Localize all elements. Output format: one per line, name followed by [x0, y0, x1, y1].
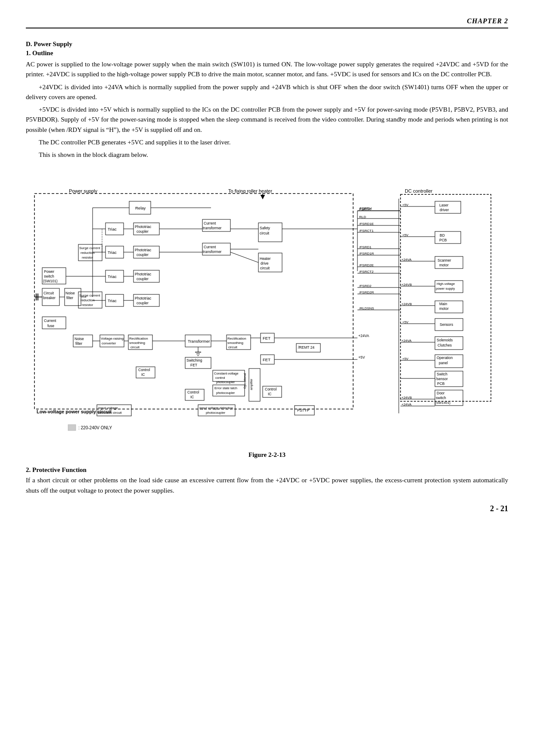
svg-text:transformer: transformer: [203, 250, 222, 254]
svg-text:resistor: resistor: [82, 303, 93, 307]
svg-text:reduction: reduction: [81, 251, 95, 255]
svg-text:driver: driver: [440, 208, 449, 212]
svg-text:power supply: power supply: [436, 287, 455, 291]
svg-text:circuit: circuit: [228, 345, 238, 349]
svg-text:Input voltage detection: Input voltage detection: [199, 406, 233, 410]
svg-text:IC: IC: [190, 395, 194, 399]
svg-text:Constant-voltage: Constant-voltage: [214, 372, 239, 375]
svg-text:FSRTH: FSRTH: [359, 207, 371, 211]
svg-text:converter: converter: [102, 341, 116, 345]
svg-text:Voltage-raising: Voltage-raising: [101, 337, 124, 341]
svg-text:/FSRD1E: /FSRD1E: [359, 222, 374, 226]
svg-text:photocoupler: photocoupler: [216, 391, 235, 395]
svg-text:Operation: Operation: [437, 356, 453, 360]
svg-rect-239: [68, 425, 76, 431]
svg-text:FET: FET: [190, 363, 197, 367]
svg-text:motor: motor: [439, 263, 449, 267]
svg-text:photocoupler: photocoupler: [216, 380, 235, 384]
svg-text:Solenoids: Solenoids: [437, 338, 453, 342]
svg-text:BD: BD: [440, 233, 445, 237]
svg-text:reduction: reduction: [81, 298, 95, 302]
svg-text:/RLDSNS: /RLDSNS: [359, 306, 374, 310]
svg-text:fuse: fuse: [47, 324, 54, 328]
svg-text:Control: Control: [187, 390, 199, 394]
svg-text:Circuit: Circuit: [43, 291, 54, 295]
svg-text:Triac: Triac: [108, 298, 117, 303]
svg-text:Scanner: Scanner: [438, 258, 451, 262]
svg-text:transformer: transformer: [203, 226, 222, 230]
svg-text:filter: filter: [66, 296, 73, 300]
svg-text:coupler: coupler: [137, 229, 149, 234]
svg-text:Surge current: Surge current: [79, 294, 100, 297]
section-2-title: 2. Protective Function: [26, 466, 508, 474]
body-text-3: +5VDC is divided into +5V which is norma…: [26, 105, 508, 135]
svg-text:Current: Current: [44, 319, 56, 323]
svg-text:+24VB: +24VB: [401, 283, 412, 287]
svg-text:To fixing roller heater: To fixing roller heater: [228, 188, 272, 194]
svg-text:Laser: Laser: [439, 203, 448, 207]
svg-text:(SW101): (SW101): [43, 279, 58, 283]
svg-text:/FSRD1: /FSRD1: [359, 245, 372, 249]
svg-text:Control: Control: [138, 368, 150, 372]
svg-text:Rectification: Rectification: [227, 337, 246, 341]
svg-text:/FSRCT2: /FSRCT2: [359, 270, 374, 274]
svg-text:panel: panel: [439, 361, 448, 365]
svg-text:Input voltage: Input voltage: [98, 406, 118, 410]
svg-text:Clutches: Clutches: [438, 343, 452, 347]
svg-text:coupler: coupler: [137, 253, 149, 257]
svg-text:+24VA: +24VA: [401, 339, 412, 343]
svg-text:+5V: +5V: [402, 203, 409, 207]
svg-text:/FSRD2R: /FSRD2R: [359, 291, 374, 294]
svg-text:drive: drive: [261, 261, 269, 266]
svg-text:(SW1401): (SW1401): [435, 401, 450, 405]
body-text-5: This is shown in the block diagram below…: [26, 150, 508, 160]
svg-text:+5V: +5V: [358, 355, 365, 359]
figure-caption: Figure 2-2-13: [26, 451, 508, 459]
svg-text:High-voltage: High-voltage: [437, 282, 455, 286]
svg-text:IC: IC: [268, 392, 272, 396]
svg-text:+5V: +5V: [402, 233, 409, 237]
svg-text:+24VA: +24VA: [401, 403, 412, 406]
svg-text:Safety: Safety: [260, 226, 270, 230]
svg-text:/FSRD1R: /FSRD1R: [359, 252, 374, 256]
svg-text:/FSRD2E: /FSRD2E: [359, 263, 374, 267]
svg-text:Current: Current: [204, 245, 216, 249]
svg-line-65: [230, 252, 258, 262]
svg-text:Phototriac: Phototriac: [135, 296, 152, 300]
svg-text:smoothing: smoothing: [227, 341, 243, 345]
svg-text:Switch: Switch: [437, 372, 447, 376]
svg-text:/FSRD2: /FSRD2: [359, 284, 372, 288]
svg-text:Main: Main: [439, 302, 447, 306]
svg-text:switch: switch: [44, 274, 54, 278]
svg-text:PCB: PCB: [439, 238, 447, 242]
svg-text:+5V: +5V: [402, 357, 409, 361]
svg-text:Transformer: Transformer: [188, 339, 210, 344]
svg-text:/sensor: /sensor: [436, 377, 448, 381]
svg-text:PSTYP: PSTYP: [297, 408, 309, 412]
svg-text:Operational: Operational: [243, 373, 247, 389]
svg-text:Rectification: Rectification: [129, 337, 148, 341]
section-d-title: D. Power Supply: [26, 41, 508, 48]
page-number: 2 - 21: [26, 504, 508, 513]
svg-text:Phototriac: Phototriac: [135, 248, 152, 252]
section-2-body: If a short circuit or other problems on …: [26, 475, 508, 496]
svg-text:breaker: breaker: [43, 296, 56, 300]
svg-text:IC: IC: [141, 372, 145, 377]
svg-text:smoothing: smoothing: [129, 341, 145, 345]
svg-text:Relay: Relay: [135, 206, 146, 210]
svg-text:coupler: coupler: [137, 277, 149, 281]
svg-text:PCB: PCB: [437, 381, 445, 386]
svg-text:Switching: Switching: [186, 358, 202, 362]
svg-text:Triac: Triac: [108, 274, 117, 279]
svg-text:Surge current: Surge current: [79, 246, 100, 250]
svg-text:Door: Door: [437, 391, 445, 395]
svg-text:switch: switch: [436, 396, 446, 400]
svg-text:Power: Power: [44, 269, 54, 274]
svg-text:FET: FET: [263, 336, 270, 341]
svg-text:Sensors: Sensors: [440, 322, 453, 327]
svg-text:DC controller: DC controller: [405, 188, 433, 194]
svg-text:motor: motor: [439, 306, 449, 311]
svg-text:Error state latch: Error state latch: [214, 386, 237, 390]
diagram-container: Low-voltage power supply circuit Power s…: [26, 172, 508, 439]
svg-text:FET: FET: [263, 357, 270, 362]
